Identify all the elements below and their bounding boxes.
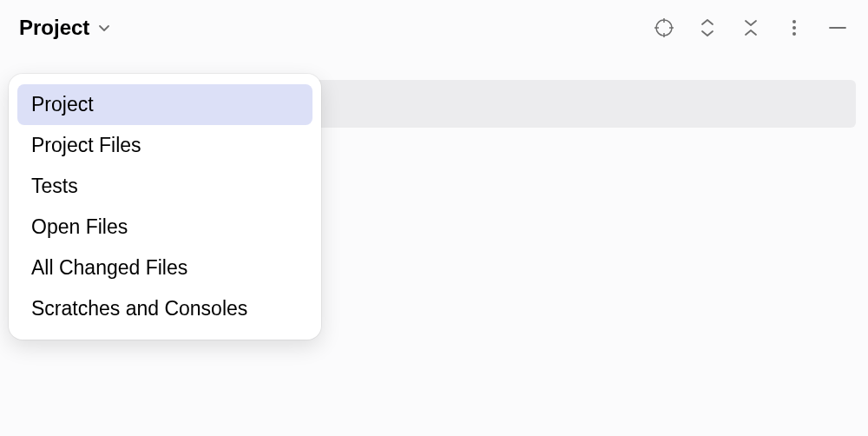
target-icon[interactable] <box>653 17 675 39</box>
toolbar-actions <box>653 17 849 39</box>
dropdown-item-label: Scratches and Consoles <box>31 297 247 320</box>
view-label: Project <box>19 16 89 40</box>
view-dropdown: ProjectProject FilesTestsOpen FilesAll C… <box>9 74 321 340</box>
dropdown-item-label: Project <box>31 93 94 116</box>
dropdown-item-all-changed-files[interactable]: All Changed Files <box>17 248 312 288</box>
dropdown-item-project[interactable]: Project <box>17 84 312 125</box>
dropdown-item-scratches-and-consoles[interactable]: Scratches and Consoles <box>17 288 312 329</box>
view-selector[interactable]: Project <box>19 16 112 40</box>
svg-point-7 <box>792 32 796 36</box>
svg-point-6 <box>792 26 796 30</box>
chevron-down-icon <box>96 20 112 36</box>
minimize-icon[interactable] <box>826 17 849 39</box>
svg-point-5 <box>792 20 796 23</box>
collapse-all-icon[interactable] <box>740 17 762 39</box>
dropdown-item-tests[interactable]: Tests <box>17 166 312 207</box>
more-options-icon[interactable] <box>783 17 806 39</box>
dropdown-item-project-files[interactable]: Project Files <box>17 125 312 166</box>
dropdown-item-label: Project Files <box>31 134 141 156</box>
expand-collapse-icon[interactable] <box>696 17 719 39</box>
dropdown-item-label: Tests <box>31 175 78 197</box>
dropdown-item-open-files[interactable]: Open Files <box>17 207 312 248</box>
toolbar: Project <box>0 0 868 56</box>
dropdown-item-label: Open Files <box>31 215 128 238</box>
dropdown-item-label: All Changed Files <box>31 256 187 279</box>
